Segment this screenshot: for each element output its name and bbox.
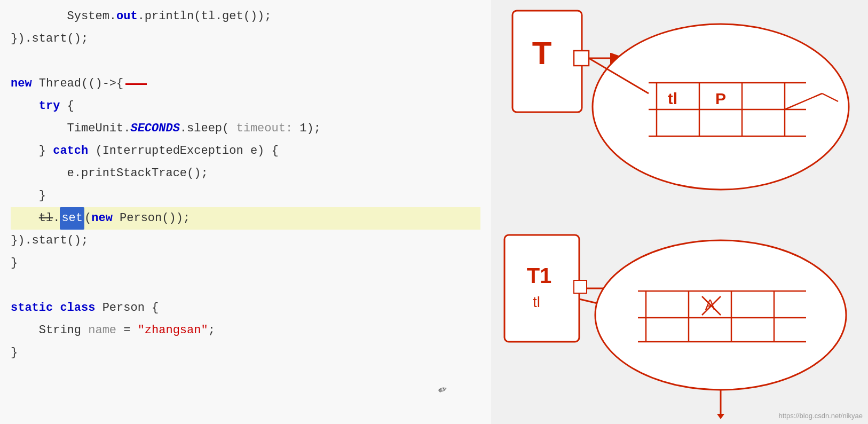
code-text-1: System.out.println(tl.get()); [11,5,272,28]
kw-new: new [11,73,32,95]
var-name: name [88,319,116,342]
code-text-10: ( [84,207,91,230]
seconds-method: SECONDS [130,117,179,140]
svg-marker-39 [717,414,724,419]
code-content: System.out.println(tl.get()); }).start()… [0,0,491,370]
indent-10 [11,207,39,230]
svg-text:P: P [715,90,726,107]
code-line-7: } catch (InterruptedException e) { [11,140,480,162]
code-text-8: e.printStackTrace(); [11,162,208,185]
code-line-4: new Thread(()->{ [11,73,480,95]
indent-15: String [11,319,88,342]
code-line-14: static class Person { [11,297,480,319]
code-text-6b: 1); [293,117,321,140]
main-container: System.out.println(tl.get()); }).start()… [0,0,868,424]
space-14 [53,297,60,319]
var-set: set [60,207,84,230]
code-text-2: }).start(); [11,28,88,50]
code-line-12: } [11,252,480,274]
code-line-16: } [11,342,480,364]
svg-rect-20 [504,235,579,342]
diagram-svg: T tl P [491,0,868,424]
watermark: https://blog.csdn.net/nikyae [778,412,863,420]
underline-bar [125,83,147,85]
diagram-panel: T tl P [491,0,868,424]
code-text-14: Person { [95,297,159,319]
code-line-8: e.printStackTrace(); [11,162,480,185]
code-text-7: (InterruptedException e) { [88,140,278,162]
code-text-9: } [11,185,46,207]
code-text-5: { [60,95,74,117]
code-text-10b: Person()); [113,207,190,230]
kw-static: static [11,297,53,319]
eq-15: = [116,319,138,342]
indent-6: TimeUnit. [11,117,130,140]
code-line-6: TimeUnit.SECONDS.sleep( timeout: 1); [11,117,480,140]
indent-5 [11,95,39,117]
kw-new-10: new [91,207,113,230]
timeout-param: timeout: [229,117,293,140]
code-line-9: } [11,185,480,207]
svg-text:T: T [532,35,552,71]
kw-catch: catch [53,140,88,162]
code-panel: System.out.println(tl.get()); }).start()… [0,0,491,424]
code-text-12: } [11,252,18,274]
code-text-11: }).start(); [11,230,88,252]
svg-rect-2 [574,51,589,66]
svg-rect-35 [574,280,587,293]
svg-text:tl: tl [668,90,677,107]
code-line-5: try { [11,95,480,117]
code-text-4: Thread(()->{ [32,73,124,95]
indent-7: } [11,140,53,162]
code-line-11: }).start(); [11,230,480,252]
code-line-3 [11,50,480,73]
var-tl: tl [39,207,53,230]
kw-class: class [60,297,95,319]
semi-15: ; [208,319,215,342]
code-line-10: tl.set(new Person()); [11,207,480,230]
string-value: "zhangsan" [138,319,208,342]
code-text-16: } [11,342,18,364]
code-line-1: System.out.println(tl.get()); [11,5,480,28]
dot-10: . [53,207,60,230]
kw-try: try [39,95,60,117]
svg-text:tl: tl [533,294,540,310]
code-text-6: .sleep( [180,117,229,140]
code-line-13 [11,274,480,297]
code-line-2: }).start(); [11,28,480,50]
code-line-15: String name = "zhangsan"; [11,319,480,342]
svg-text:T1: T1 [527,264,552,287]
